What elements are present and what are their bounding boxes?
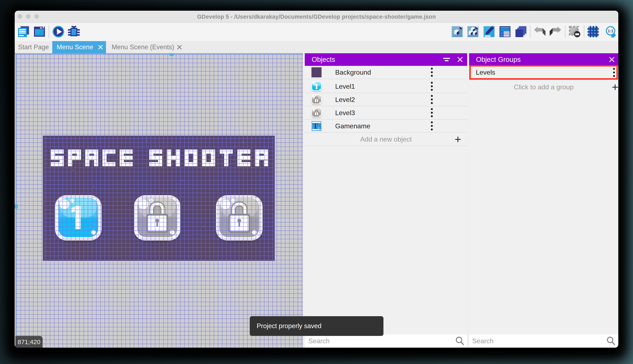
svg-text:1:1: 1:1 [608,29,613,33]
